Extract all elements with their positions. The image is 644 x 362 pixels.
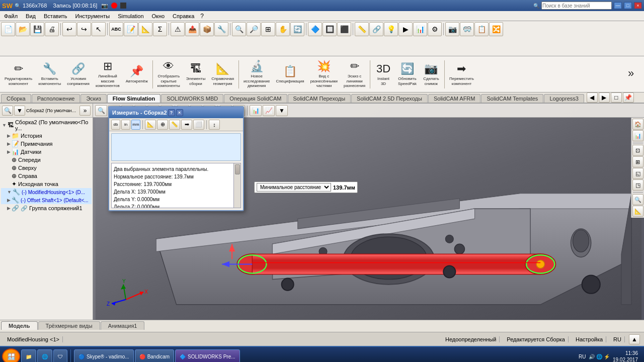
new-btn[interactable]: 📄 — [1, 22, 15, 36]
open-btn[interactable]: 📂 — [16, 22, 30, 36]
toolbar-expand[interactable]: » — [620, 58, 642, 90]
tab-logopress[interactable]: Logopress3 — [544, 94, 584, 103]
start-button[interactable]: 🪟 — [2, 348, 20, 362]
dlg-updown-btn[interactable]: ↕ — [209, 120, 220, 130]
section-btn[interactable]: ⬛ — [337, 22, 351, 36]
animate-btn[interactable]: ▶ — [398, 22, 413, 36]
shaded-btn[interactable]: 🔷 — [308, 22, 322, 36]
zoom-in-btn[interactable]: 🔍 — [232, 22, 246, 36]
sidebar-arrow-btn[interactable]: » — [79, 106, 91, 116]
export-btn[interactable]: 📦 — [200, 22, 214, 36]
fit-btn[interactable]: ⊞ — [261, 22, 275, 36]
minimize-button[interactable]: — — [614, 2, 622, 9]
tab-solidcam-25d[interactable]: SolidCAM 2.5D Переходы — [351, 94, 428, 103]
tab-sw-mbd[interactable]: SOLIDWORKS MBD — [161, 94, 223, 103]
taskbar-clock[interactable]: 11:36 19.02.2017 — [613, 350, 638, 362]
select-btn[interactable]: ↖ — [92, 22, 106, 36]
sidebar-filter-btn[interactable]: 🔍 — [2, 106, 13, 116]
bottom-tab-3d-views[interactable]: Трёхмерные виды — [38, 321, 100, 330]
tab-solidcam-op[interactable]: Операция SolidCAM — [224, 94, 287, 103]
tree-assembly-root[interactable]: ▼ 🏗 Сборка2 (По умолчанию<По у... — [1, 119, 92, 132]
tree-housing[interactable]: ▼ 🔧 (-) ModifiedHousing<1> (D... — [1, 188, 92, 196]
undo-btn[interactable]: ↩ — [62, 22, 76, 36]
bom-btn[interactable]: 📋 Спецификация — [273, 58, 306, 90]
tree-top[interactable]: ⊕ Сверху — [1, 164, 92, 172]
abc-btn[interactable]: ABC — [109, 22, 123, 36]
show-hidden-btn[interactable]: 👁 Отобразитьскрытыекомпоненты — [155, 58, 183, 90]
sum-btn[interactable]: Σ — [153, 22, 167, 36]
status-expand-btn[interactable]: ▲ — [629, 334, 640, 344]
rt-chart[interactable]: 📊 — [632, 130, 643, 141]
dialog-title-bar[interactable]: Измерить - Сборка2 ? × — [109, 107, 243, 118]
menu-view[interactable]: Вид — [22, 11, 40, 21]
tree-sensors[interactable]: ▶ 📊 Датчики — [1, 148, 92, 156]
tab-solidcam-templates[interactable]: SolidCAM Templates — [481, 94, 543, 103]
wireframe-btn[interactable]: 🔲 — [323, 22, 337, 36]
rt-home[interactable]: 🏠 — [632, 119, 643, 130]
sidebar-collapse-btn[interactable]: ▼ — [14, 106, 25, 116]
rt-face2[interactable]: ⊞ — [632, 156, 643, 167]
warn-btn[interactable]: ⚠ — [171, 22, 185, 36]
update-speedpak-btn[interactable]: 🔄 ОбновитьSpeedPak — [395, 58, 419, 90]
compare-btn[interactable]: 🔀 — [489, 22, 503, 36]
vr-btn[interactable]: 🥽 — [460, 22, 474, 36]
dlg-box-btn[interactable]: ⬜ — [193, 120, 204, 130]
rt-face4[interactable]: ◳ — [632, 179, 643, 191]
tree-shaft[interactable]: ▶ 🔧 (-) Offset Shaft<1> (Default<... — [1, 196, 92, 204]
task-btn[interactable]: 📋 — [474, 22, 489, 36]
tab-scroll-right[interactable]: ▶ — [599, 93, 610, 103]
dlg-dist-btn[interactable]: 📏 — [169, 120, 180, 130]
distance-type-dropdown[interactable]: Минимальное расстояние Нормальное рассто… — [257, 183, 331, 192]
dialog-close-btn[interactable]: × — [176, 109, 183, 116]
chart-btn[interactable]: 📊 — [413, 22, 427, 36]
insert-component-btn[interactable]: 🔧 Вставитькомпоненты — [36, 58, 63, 90]
tab-expand[interactable]: □ — [611, 93, 622, 103]
taskbar-antivirus-btn[interactable]: 🛡 — [53, 349, 67, 362]
dialog-help-btn[interactable]: ? — [168, 109, 175, 116]
measure-btn[interactable]: 📏 — [355, 22, 369, 36]
tab-flow-simulation[interactable]: Flow Simulation — [107, 94, 160, 103]
taskbar-explorer-btn[interactable]: 📁 — [21, 349, 36, 362]
autocrop-btn[interactable]: 📌 Автокрепёж — [123, 58, 150, 90]
rt-perspective[interactable]: 📐 — [632, 206, 643, 217]
pan-btn[interactable]: ✋ — [276, 22, 290, 36]
vp-more[interactable]: ▼ — [276, 105, 288, 116]
edit-component-btn[interactable]: ✏ Редактироватькомпонент — [2, 58, 35, 90]
save-btn[interactable]: 💾 — [30, 22, 44, 36]
photo-btn[interactable]: 📷 — [445, 22, 459, 36]
taskbar-skype-btn[interactable]: 🔵 Skype® - vadimo... — [74, 349, 134, 362]
menu-window[interactable]: Окно — [148, 11, 169, 21]
tree-mates[interactable]: ▶ 🔗 🔗 Группа сопряжений1 — [1, 204, 92, 212]
capture-btn[interactable]: 📷 Сделатьснимок — [420, 58, 442, 90]
tree-right[interactable]: ⊕ Справа — [1, 172, 92, 180]
instant3d-btn[interactable]: 3D Instant3D — [372, 58, 394, 90]
dlg-arrow-btn[interactable]: ➡ — [181, 120, 192, 130]
zoom-out-btn[interactable]: 🔎 — [247, 22, 261, 36]
menu-tools[interactable]: Инструменты — [71, 11, 114, 21]
lang-tray[interactable]: RU — [579, 354, 586, 359]
dim-btn[interactable]: 📐 — [138, 22, 152, 36]
ref-geometry-btn[interactable]: 📐 Справочнаягеометрия — [209, 58, 236, 90]
menu-help[interactable]: Справка — [169, 11, 198, 21]
dlg-db-btn[interactable]: db — [111, 120, 120, 130]
vp-chart[interactable]: 📊 — [250, 105, 262, 116]
viewport[interactable]: 🔍 🔎 ⊞ ✋ 🔄 📦 🔷 💡 ✂ 👁 ⚙ 📊 📈 ▼ — [93, 104, 644, 320]
tab-solidcam-trans[interactable]: SolidCAM Переходы — [288, 94, 351, 103]
dlg-point-btn[interactable]: ⊕ — [157, 120, 168, 130]
assy-features-btn[interactable]: 🏗 Элементысборки — [184, 58, 208, 90]
vp-zoom-in[interactable]: 🔍 — [95, 105, 107, 116]
taskbar-bandicam-btn[interactable]: 🔴 Bandicam — [135, 349, 174, 362]
transfer-btn[interactable]: 📤 — [185, 22, 199, 36]
explode-sketch-btn[interactable]: ✏ Эскиз слиниямиразнесения — [341, 58, 368, 90]
tab-pin[interactable]: 📌 — [623, 93, 634, 103]
taskbar-solidworks-btn[interactable]: 🔷 SOLIDWORKS Pre... — [175, 349, 239, 362]
tree-history[interactable]: ▶ 📁 История — [1, 132, 92, 140]
note-btn[interactable]: 📝 — [124, 22, 138, 36]
new-motion-btn[interactable]: 🔬 Новоеисследованиедвижения — [241, 58, 272, 90]
dlg-in-btn[interactable]: in — [121, 120, 130, 130]
tab-sborka[interactable]: Сборка — [1, 94, 31, 103]
rotate-btn[interactable]: 🔄 — [290, 22, 304, 36]
maximize-button[interactable]: □ — [624, 2, 632, 9]
smart-btn[interactable]: 💡 — [384, 22, 398, 36]
tab-solidcam-afrm[interactable]: SolidCAM AFRM — [428, 94, 481, 103]
